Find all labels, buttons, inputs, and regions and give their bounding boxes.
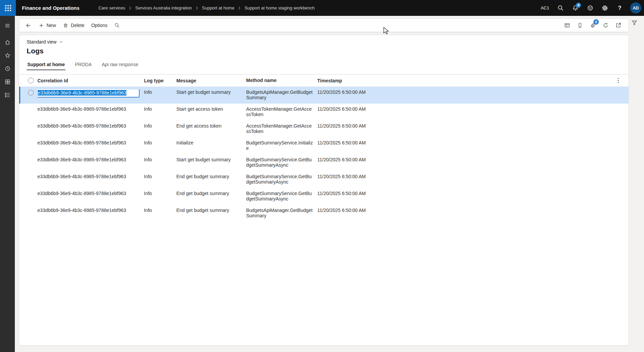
cell-log-type[interactable]: Info (144, 140, 176, 145)
search-button[interactable] (554, 2, 567, 15)
view-selector[interactable]: Standard view (27, 39, 63, 45)
breadcrumb-item[interactable]: Support at home staging workbench (244, 5, 315, 10)
plus-icon (38, 23, 44, 28)
column-header-method-name[interactable]: Method name (246, 78, 317, 83)
cell-message[interactable]: End get budget summary (176, 174, 246, 179)
cell-log-type[interactable]: Info (144, 174, 176, 179)
log-row[interactable]: e33db6b9-36e9-4b3c-8985-9788e1ebf963 Inf… (19, 137, 628, 154)
feedback-button[interactable] (584, 2, 596, 15)
log-row[interactable]: e33db6b9-36e9-4b3c-8985-9788e1ebf963 Inf… (19, 205, 628, 222)
sidebar-item-favorites[interactable] (0, 50, 15, 61)
sidebar-item-recent[interactable] (0, 63, 15, 74)
hamburger-menu-button[interactable] (0, 20, 15, 31)
log-row-selected[interactable]: e33db6b9-36e9-4b3c-8985-9788e1ebf963 Inf… (19, 87, 628, 104)
cell-log-type[interactable]: Info (144, 157, 176, 162)
open-in-new-window-button[interactable] (613, 20, 624, 30)
sidebar-item-home[interactable] (0, 36, 15, 48)
mobile-app-button[interactable] (575, 20, 585, 30)
cell-correlation-id[interactable]: e33db6b9-36e9-4b3c-8985-9788e1ebf963 (37, 208, 144, 213)
filter-funnel-icon (631, 20, 638, 26)
cell-timestamp[interactable]: 11/20/2025 6:50:00 AM (317, 191, 378, 196)
cell-timestamp[interactable]: 11/20/2025 6:50:00 AM (317, 140, 378, 145)
cell-message[interactable]: Start get budget summary (176, 89, 246, 95)
sidebar-item-workspaces[interactable] (0, 76, 15, 87)
tab-bar: Support at home PRODA Api raw response (27, 60, 628, 70)
column-header-message[interactable]: Message (176, 78, 246, 83)
breadcrumb-item[interactable]: Services Australia integration (135, 5, 192, 10)
cell-log-type[interactable]: Info (144, 89, 176, 95)
cell-timestamp[interactable]: 11/20/2025 6:50:00 AM (317, 208, 378, 213)
cell-message[interactable]: Start get budget summary (176, 157, 246, 162)
column-header-log-type[interactable]: Log type (144, 78, 176, 83)
attachments-button[interactable]: 0 (587, 20, 598, 30)
select-all-radio[interactable] (28, 78, 34, 83)
cell-message[interactable]: Initialize (176, 140, 246, 145)
column-header-correlation-id[interactable]: Correlation Id (37, 78, 144, 83)
options-button[interactable]: Options (88, 21, 111, 30)
tab-proda[interactable]: PRODA (74, 60, 92, 70)
cell-method-name[interactable]: AccessTokenManager.GetAccessToken (246, 106, 317, 117)
cell-timestamp[interactable]: 11/20/2025 6:50:00 AM (317, 89, 378, 95)
tab-api-raw-response[interactable]: Api raw response (101, 60, 139, 70)
avatar[interactable]: AD (630, 2, 641, 13)
cell-correlation-id[interactable]: e33db6b9-36e9-4b3c-8985-9788e1ebf963 (37, 106, 144, 112)
log-row[interactable]: e33db6b9-36e9-4b3c-8985-9788e1ebf963 Inf… (19, 188, 628, 205)
refresh-button[interactable] (600, 20, 611, 30)
cell-method-name[interactable]: BudgetsApiManager.GetBudgetSummary (246, 208, 317, 218)
log-row[interactable]: e33db6b9-36e9-4b3c-8985-9788e1ebf963 Inf… (19, 104, 628, 120)
cell-correlation-id[interactable]: e33db6b9-36e9-4b3c-8985-9788e1ebf963 (37, 123, 144, 129)
log-row[interactable]: e33db6b9-36e9-4b3c-8985-9788e1ebf963 Inf… (19, 154, 628, 171)
modules-icon (4, 92, 11, 98)
app-launcher-button[interactable] (0, 0, 16, 16)
cell-correlation-id[interactable]: e33db6b9-36e9-4b3c-8985-9788e1ebf963 (37, 174, 144, 179)
cell-method-name[interactable]: BudgetsApiManager.GetBudgetSummary (246, 89, 317, 100)
cell-timestamp[interactable]: 11/20/2025 6:50:00 AM (317, 106, 378, 112)
cell-message[interactable]: Start get access token (176, 106, 246, 112)
cell-method-name[interactable]: BudgetSummaryService.GetBudgetSummaryAsy… (246, 174, 317, 185)
open-in-office-button[interactable] (562, 20, 573, 30)
cell-method-name[interactable]: BudgetSummaryService.Initialize (246, 140, 317, 151)
help-button[interactable]: ? (613, 2, 626, 15)
row-select-radio[interactable] (28, 90, 34, 96)
breadcrumb: Care services Services Australia integra… (98, 5, 315, 10)
search-icon (114, 23, 120, 28)
new-button[interactable]: New (35, 21, 59, 30)
cell-method-name[interactable]: BudgetSummaryService.GetBudgetSummaryAsy… (246, 157, 317, 168)
search-icon (557, 5, 564, 11)
content-card: Standard view Logs Support at home PRODA… (19, 35, 629, 346)
cell-correlation-id[interactable]: e33db6b9-36e9-4b3c-8985-9788e1ebf963 (37, 89, 144, 98)
tab-support-at-home[interactable]: Support at home (27, 60, 65, 70)
delete-button[interactable]: Delete (59, 21, 88, 30)
cell-correlation-id[interactable]: e33db6b9-36e9-4b3c-8985-9788e1ebf963 (37, 191, 144, 196)
correlation-id-edit-cell[interactable]: e33db6b9-36e9-4b3c-8985-9788e1ebf963 (37, 89, 140, 98)
log-row[interactable]: e33db6b9-36e9-4b3c-8985-9788e1ebf963 Inf… (19, 171, 628, 188)
left-nav-rail (0, 16, 15, 352)
cell-log-type[interactable]: Info (144, 123, 176, 129)
cell-message[interactable]: End get access token (176, 123, 246, 129)
cell-correlation-id[interactable]: e33db6b9-36e9-4b3c-8985-9788e1ebf963 (37, 140, 144, 145)
filter-button[interactable] (631, 20, 638, 26)
log-row[interactable]: e33db6b9-36e9-4b3c-8985-9788e1ebf963 Inf… (19, 120, 628, 137)
cell-log-type[interactable]: Info (144, 106, 176, 112)
sidebar-item-modules[interactable] (0, 89, 15, 101)
settings-button[interactable] (598, 2, 611, 15)
back-button[interactable] (22, 20, 35, 31)
cell-timestamp[interactable]: 11/20/2025 6:50:00 AM (317, 174, 378, 179)
cell-timestamp[interactable]: 11/20/2025 6:50:00 AM (317, 123, 378, 129)
grid-more-options-button[interactable] (614, 76, 622, 85)
cell-correlation-id[interactable]: e33db6b9-36e9-4b3c-8985-9788e1ebf963 (37, 157, 144, 162)
toolbar-search-button[interactable] (111, 21, 123, 30)
environment-badge[interactable]: AC1 (541, 5, 549, 10)
cell-timestamp[interactable]: 11/20/2025 6:50:00 AM (317, 157, 378, 162)
app-title[interactable]: Finance and Operations (22, 5, 80, 11)
cell-log-type[interactable]: Info (144, 191, 176, 196)
cell-log-type[interactable]: Info (144, 208, 176, 213)
breadcrumb-item[interactable]: Care services (98, 5, 125, 10)
breadcrumb-item[interactable]: Support at home (202, 5, 234, 10)
cell-method-name[interactable]: AccessTokenManager.GetAccessToken (246, 123, 317, 134)
cell-message[interactable]: End get budget summary (176, 191, 246, 196)
cell-method-name[interactable]: BudgetSummaryService.GetBudgetSummaryAsy… (246, 191, 317, 201)
notifications-button[interactable]: 4 (569, 2, 582, 15)
cell-message[interactable]: End get budget summary (176, 208, 246, 213)
column-header-timestamp[interactable]: Timestamp (317, 78, 378, 83)
